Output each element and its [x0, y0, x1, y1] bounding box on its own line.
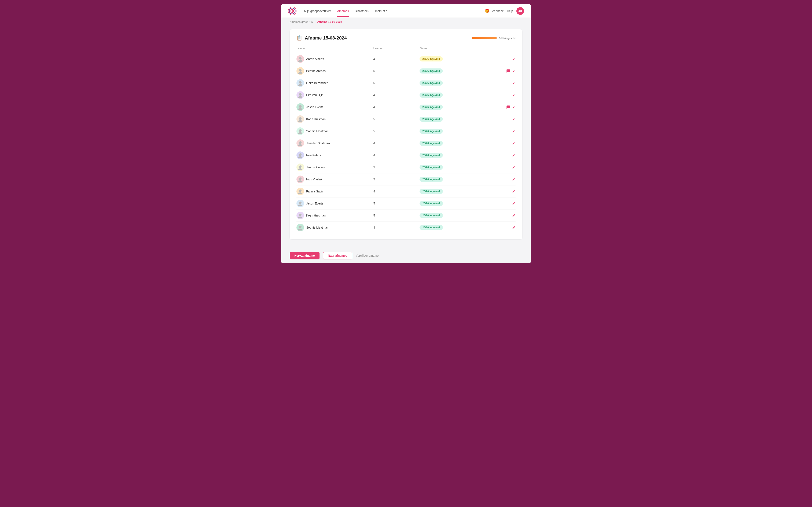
- svg-point-10: [509, 70, 509, 71]
- actions-cell: [477, 166, 515, 169]
- student-cell: Lieke Berendsen: [297, 79, 373, 87]
- calendar-icon: 📋: [297, 35, 302, 41]
- actions-cell: [477, 69, 515, 73]
- svg-point-25: [298, 144, 302, 146]
- nav-bibliotheek[interactable]: Bibliotheek: [352, 5, 372, 17]
- year-cell: 4: [373, 105, 419, 109]
- avatar: [297, 139, 304, 147]
- status-badge: 26/26 ingevuld: [419, 129, 443, 134]
- table-row: Sophie Maatman 4 26/26 ingevuld: [297, 222, 515, 233]
- svg-point-28: [299, 165, 302, 168]
- student-table: Aaron Alberts 4 25/26 ingevuld: [297, 53, 515, 233]
- student-cell: Aaron Alberts: [297, 55, 373, 63]
- bottom-bar: Hervat afname Naar afnames Verwijder afn…: [281, 248, 531, 263]
- progress-bar-outer: [471, 37, 497, 39]
- nav-links: Mijn groepsoverzicht Afnames Bibliotheek…: [302, 5, 485, 17]
- student-name: Aaron Alberts: [306, 57, 324, 61]
- avatar: [297, 127, 304, 135]
- edit-icon[interactable]: [512, 214, 515, 217]
- edit-icon[interactable]: [512, 69, 515, 73]
- hervat-afname-button[interactable]: Hervat afname: [290, 252, 319, 260]
- student-name: Lieke Berendsen: [306, 81, 328, 85]
- student-name: Nick Vrielink: [306, 178, 322, 181]
- nav-instructie[interactable]: Instructie: [372, 5, 390, 17]
- table-row: Koen Huisman 5 26/26 ingevuld: [297, 210, 515, 222]
- status-badge: 26/26 ingevuld: [419, 225, 443, 230]
- edit-icon[interactable]: [512, 81, 515, 85]
- student-cell: Koen Huisman: [297, 115, 373, 123]
- logo[interactable]: [288, 7, 297, 15]
- student-cell: Pim van Dijk: [297, 91, 373, 99]
- svg-point-14: [298, 96, 302, 98]
- edit-icon[interactable]: [512, 105, 515, 109]
- avatar: [297, 79, 304, 87]
- nav-groepsoverzicht[interactable]: Mijn groepsoverzicht: [302, 5, 334, 17]
- svg-point-19: [509, 107, 509, 107]
- content-area: 📋 Afname 15-03-2024 99% ingevuld Leerlin…: [281, 26, 531, 248]
- student-cell: Nick Vrielink: [297, 176, 373, 183]
- status-cell: 26/26 ingevuld: [419, 165, 477, 170]
- edit-icon[interactable]: [512, 117, 515, 121]
- edit-icon[interactable]: [512, 190, 515, 193]
- avatar: [297, 152, 304, 159]
- main-container: Mijn groepsoverzicht Afnames Bibliotheek…: [281, 4, 531, 263]
- edit-icon[interactable]: [512, 166, 515, 169]
- nav-afnames[interactable]: Afnames: [335, 5, 351, 17]
- edit-icon[interactable]: [512, 142, 515, 145]
- actions-cell: [477, 154, 515, 157]
- student-name: Pim van Dijk: [306, 93, 323, 97]
- status-cell: 26/26 ingevuld: [419, 117, 477, 122]
- svg-point-33: [298, 192, 302, 194]
- naar-afnames-button[interactable]: Naar afnames: [323, 252, 353, 260]
- svg-point-9: [508, 70, 508, 71]
- student-cell: Jason Everts: [297, 103, 373, 111]
- edit-icon[interactable]: [512, 178, 515, 181]
- edit-icon[interactable]: [512, 154, 515, 157]
- student-cell: Jennifer Oosterink: [297, 139, 373, 147]
- comment-icon[interactable]: [506, 69, 510, 73]
- actions-cell: [477, 142, 515, 145]
- table-row: Pim van Dijk 4 26/26 ingevuld: [297, 89, 515, 101]
- edit-icon[interactable]: [512, 202, 515, 205]
- actions-cell: [477, 202, 515, 205]
- edit-icon[interactable]: [512, 226, 515, 229]
- actions-cell: [477, 214, 515, 217]
- svg-point-6: [299, 69, 302, 72]
- progress-bar-inner: [471, 37, 497, 39]
- svg-point-24: [299, 141, 302, 144]
- status-cell: 26/26 ingevuld: [419, 213, 477, 218]
- status-cell: 26/26 ingevuld: [419, 201, 477, 206]
- avatar: [297, 224, 304, 231]
- progress-area: 99% ingevuld: [471, 37, 515, 40]
- verwijder-afname-button[interactable]: Verwijder afname: [356, 254, 378, 257]
- actions-cell: [477, 190, 515, 193]
- help-link[interactable]: Help: [507, 9, 513, 13]
- main-card: 📋 Afname 15-03-2024 99% ingevuld Leerlin…: [290, 30, 522, 239]
- svg-point-21: [298, 120, 302, 122]
- edit-icon[interactable]: [512, 57, 515, 61]
- student-cell: Benthe Arends: [297, 67, 373, 75]
- comment-icon[interactable]: [506, 105, 510, 109]
- actions-cell: [477, 57, 515, 61]
- svg-point-15: [299, 105, 302, 108]
- student-name: Jason Everts: [306, 105, 323, 109]
- edit-icon[interactable]: [512, 129, 515, 133]
- svg-point-27: [298, 156, 302, 158]
- breadcrumb-parent[interactable]: Afnames groep 4/5: [290, 20, 313, 23]
- status-badge: 26/26 ingevuld: [419, 80, 443, 86]
- status-badge: 26/26 ingevuld: [419, 213, 443, 218]
- feedback-button[interactable]: 🎁 Feedback: [485, 9, 504, 13]
- table-row: Lieke Berendsen 5 26/26 ingevuld: [297, 77, 515, 89]
- student-cell: Jason Everts: [297, 200, 373, 207]
- table-row: Jennifer Oosterink 4 26/26 ingevuld: [297, 137, 515, 149]
- svg-point-39: [298, 229, 302, 230]
- year-cell: 4: [373, 93, 419, 97]
- status-cell: 26/26 ingevuld: [419, 129, 477, 134]
- user-avatar[interactable]: JD: [516, 7, 524, 15]
- table-row: Koen Huisman 5 26/26 ingevuld: [297, 113, 515, 125]
- status-badge: 26/26 ingevuld: [419, 201, 443, 206]
- avatar: [297, 187, 304, 195]
- student-name: Jimmy Pieters: [306, 166, 325, 169]
- year-cell: 5: [373, 214, 419, 217]
- edit-icon[interactable]: [512, 93, 515, 97]
